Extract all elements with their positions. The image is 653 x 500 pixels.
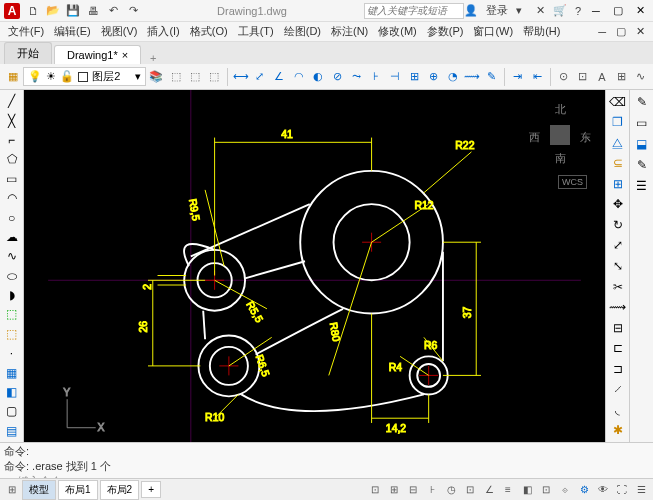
tab-add-button[interactable]: +: [143, 52, 163, 64]
viewcube-top[interactable]: [550, 125, 570, 145]
ellipse-icon[interactable]: ⬭: [2, 267, 22, 285]
break-point-icon[interactable]: ⊟: [608, 318, 628, 338]
tab-start[interactable]: 开始: [4, 42, 52, 64]
layout1-tab[interactable]: 布局1: [58, 480, 98, 500]
tab-close-icon[interactable]: ×: [122, 49, 128, 61]
app-logo[interactable]: A: [4, 3, 20, 19]
transparency-icon[interactable]: ◧: [519, 482, 535, 498]
extend-icon[interactable]: ⟿: [608, 297, 628, 317]
arc-icon[interactable]: ◠: [2, 189, 22, 207]
line-icon[interactable]: ╱: [2, 92, 22, 110]
layer-props-icon[interactable]: ▦: [4, 67, 21, 87]
erase-icon[interactable]: ⌫: [608, 92, 628, 112]
osnap-icon[interactable]: ⊡: [462, 482, 478, 498]
compass-east[interactable]: 东: [580, 130, 591, 145]
layout-add-tab[interactable]: +: [141, 481, 161, 498]
dim-update-icon[interactable]: ⊞: [613, 67, 630, 87]
dim-arc-icon[interactable]: ◠: [290, 67, 307, 87]
maximize-button[interactable]: ▢: [609, 4, 627, 18]
insert-block-icon[interactable]: ⬚: [2, 305, 22, 323]
login-link[interactable]: 登录: [486, 3, 508, 18]
save-icon[interactable]: 💾: [66, 4, 80, 18]
rectangle-icon[interactable]: ▭: [2, 170, 22, 188]
dim-diameter-icon[interactable]: ⊘: [328, 67, 345, 87]
constraint-coincident-icon[interactable]: ⊙: [555, 67, 572, 87]
menu-view[interactable]: 视图(V): [97, 22, 142, 41]
point-icon[interactable]: ·: [2, 344, 22, 362]
search-input[interactable]: [364, 3, 464, 19]
exchange-icon[interactable]: ✕: [536, 4, 545, 17]
annoscale-icon[interactable]: ⟐: [557, 482, 573, 498]
layout-grid-icon[interactable]: ⊞: [4, 482, 20, 498]
modelspace-icon[interactable]: ⊡: [367, 482, 383, 498]
tab-drawing1[interactable]: Drawing1*×: [54, 45, 141, 64]
help-icon[interactable]: ?: [575, 5, 581, 17]
menu-dimension[interactable]: 标注(N): [327, 22, 372, 41]
menu-parametric[interactable]: 参数(P): [423, 22, 468, 41]
draworder-icon[interactable]: ☰: [632, 176, 652, 196]
circle-icon[interactable]: ○: [2, 208, 22, 226]
trim-icon[interactable]: ✂: [608, 277, 628, 297]
dim-joggedlin-icon[interactable]: ⟿: [464, 67, 481, 87]
menu-help[interactable]: 帮助(H): [519, 22, 564, 41]
lwt-icon[interactable]: ≡: [500, 482, 516, 498]
break-icon[interactable]: ⊏: [608, 338, 628, 358]
scale-icon[interactable]: ⤢: [608, 236, 628, 256]
menu-window[interactable]: 窗口(W): [469, 22, 517, 41]
dim-center-icon[interactable]: ⊕: [425, 67, 442, 87]
polygon-icon[interactable]: ⬠: [2, 150, 22, 168]
dim-linear-icon[interactable]: ⟷: [232, 67, 249, 87]
rotate-icon[interactable]: ↻: [608, 215, 628, 235]
command-line[interactable]: 命令: 命令: .erase 找到 1 个 ▷键入命令: [0, 442, 653, 478]
fillet-icon[interactable]: ◟: [608, 400, 628, 420]
layer-states-icon[interactable]: 📚: [148, 67, 165, 87]
region-icon[interactable]: ▢: [2, 402, 22, 420]
dim-inspect-icon[interactable]: ◔: [444, 67, 461, 87]
stretch-icon[interactable]: ⤡: [608, 256, 628, 276]
annomon-icon[interactable]: 👁: [595, 482, 611, 498]
dim-angular-icon[interactable]: ∠: [271, 67, 288, 87]
constraint-equal-icon[interactable]: ⊡: [574, 67, 591, 87]
menu-file[interactable]: 文件(F): [4, 22, 48, 41]
cart-icon[interactable]: 🛒: [553, 4, 567, 17]
explode-icon[interactable]: ✱: [608, 421, 628, 441]
menu-modify[interactable]: 修改(M): [374, 22, 421, 41]
new-icon[interactable]: 🗋: [26, 4, 40, 18]
cleanscreen-icon[interactable]: ⛶: [614, 482, 630, 498]
hatch-icon[interactable]: ▦: [2, 363, 22, 381]
dim-ordinate-icon[interactable]: ⊦: [367, 67, 384, 87]
print-icon[interactable]: 🖶: [86, 4, 100, 18]
dim-jogged-icon[interactable]: ⤳: [348, 67, 365, 87]
minimize-button[interactable]: ─: [587, 4, 605, 18]
revcloud-icon[interactable]: ☁: [2, 228, 22, 246]
pedit-icon[interactable]: ✎: [632, 92, 652, 112]
menu-insert[interactable]: 插入(I): [143, 22, 183, 41]
construction-line-icon[interactable]: ╳: [2, 111, 22, 129]
user-icon[interactable]: 👤: [464, 4, 478, 17]
menu-edit[interactable]: 编辑(E): [50, 22, 95, 41]
viewcube[interactable]: 北 南 东 西: [525, 100, 595, 170]
layout2-tab[interactable]: 布局2: [100, 480, 140, 500]
undo-icon[interactable]: ↶: [106, 4, 120, 18]
spline-icon[interactable]: ∿: [2, 247, 22, 265]
ellipse-arc-icon[interactable]: ◗: [2, 286, 22, 304]
dim-aligned-icon[interactable]: ⤢: [251, 67, 268, 87]
doc-close-icon[interactable]: ✕: [632, 23, 649, 40]
polar-icon[interactable]: ◷: [443, 482, 459, 498]
layer-selector[interactable]: 💡 ☀ 🔓 图层2 ▾: [23, 67, 145, 86]
copy-icon[interactable]: ❐: [608, 113, 628, 133]
ortho-icon[interactable]: ⊦: [424, 482, 440, 498]
chamfer-icon[interactable]: ⟋: [608, 379, 628, 399]
gradient-icon[interactable]: ◧: [2, 383, 22, 401]
menu-draw[interactable]: 绘图(D): [280, 22, 325, 41]
workspace-icon[interactable]: ⚙: [576, 482, 592, 498]
model-tab[interactable]: 模型: [22, 480, 56, 500]
otrack-icon[interactable]: ∠: [481, 482, 497, 498]
join-icon[interactable]: ⊐: [608, 359, 628, 379]
polyline-icon[interactable]: ⌐: [2, 131, 22, 149]
text-icon[interactable]: A: [593, 67, 610, 87]
make-block-icon[interactable]: ⬚: [2, 325, 22, 343]
layer-match-icon[interactable]: ⬚: [206, 67, 223, 87]
layer-prev-icon[interactable]: ⬚: [186, 67, 203, 87]
dim-radius-icon[interactable]: ◐: [309, 67, 326, 87]
